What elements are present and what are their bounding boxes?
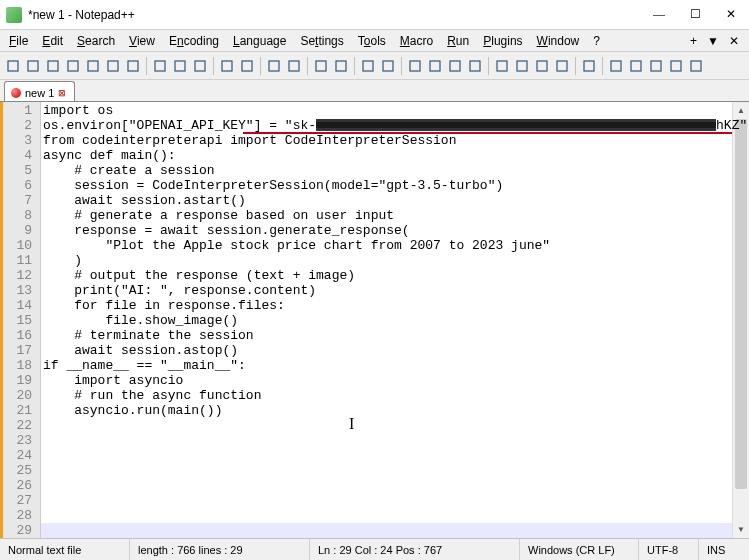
save-all-icon[interactable] [64,57,82,75]
status-mode[interactable]: INS [699,539,749,560]
svg-rect-19 [430,61,440,71]
play-icon[interactable] [647,57,665,75]
chars-icon[interactable] [426,57,444,75]
menu-tools[interactable]: Tools [351,32,393,50]
menu-window[interactable]: Window [530,32,587,50]
zoom-in-icon[interactable] [312,57,330,75]
svg-rect-31 [691,61,701,71]
save-icon[interactable] [44,57,62,75]
status-encoding[interactable]: UTF-8 [639,539,699,560]
doc-list-icon[interactable] [513,57,531,75]
close-icon[interactable] [84,57,102,75]
svg-rect-15 [336,61,346,71]
status-eol[interactable]: Windows (CR LF) [520,539,639,560]
current-line-highlight [41,523,749,538]
menu-settings[interactable]: Settings [293,32,350,50]
svg-rect-14 [316,61,326,71]
svg-rect-29 [651,61,661,71]
app-icon [6,7,22,23]
menu-search[interactable]: Search [70,32,122,50]
status-bar: Normal text file length : 766 lines : 29… [0,538,749,560]
replace-icon[interactable] [285,57,303,75]
svg-rect-11 [242,61,252,71]
svg-rect-8 [175,61,185,71]
tab-label: new 1 [25,87,54,99]
svg-rect-28 [631,61,641,71]
svg-rect-18 [410,61,420,71]
wrap-icon[interactable] [406,57,424,75]
tab-close-button[interactable]: ⊠ [58,88,68,98]
minimize-button[interactable]: — [641,0,677,30]
redacted-key [316,119,716,131]
menu-plus-button[interactable]: + [690,34,697,48]
svg-rect-16 [363,61,373,71]
toolbar [0,52,749,80]
code-viewport[interactable]: import osos.environ["OPENAI_API_KEY"] = … [40,102,749,538]
sync-h-icon[interactable] [379,57,397,75]
paste-icon[interactable] [191,57,209,75]
menu-run[interactable]: Run [440,32,476,50]
tab-bar: new 1 ⊠ [0,80,749,102]
cut-icon[interactable] [151,57,169,75]
menu-language[interactable]: Language [226,32,293,50]
code-content[interactable]: import osos.environ["OPENAI_API_KEY"] = … [41,102,749,418]
scroll-down-button[interactable]: ▼ [733,521,749,538]
status-length: length : 766 lines : 29 [130,539,310,560]
menu-file[interactable]: File [2,32,35,50]
svg-rect-26 [584,61,594,71]
window-title: *new 1 - Notepad++ [28,8,641,22]
svg-rect-24 [537,61,547,71]
folder-icon[interactable] [553,57,571,75]
line-number-gutter: 1234567891011121314151617181920212223242… [0,102,40,538]
find-icon[interactable] [265,57,283,75]
svg-rect-23 [517,61,527,71]
svg-rect-6 [128,61,138,71]
record-icon[interactable] [607,57,625,75]
stop-icon[interactable] [627,57,645,75]
sync-v-icon[interactable] [359,57,377,75]
svg-rect-12 [269,61,279,71]
undo-icon[interactable] [218,57,236,75]
svg-rect-4 [88,61,98,71]
svg-rect-10 [222,61,232,71]
menu-macro[interactable]: Macro [393,32,440,50]
status-position: Ln : 29 Col : 24 Pos : 767 [310,539,520,560]
svg-rect-13 [289,61,299,71]
menu-dropdown-button[interactable]: ▼ [707,34,719,48]
monitor-icon[interactable] [580,57,598,75]
menu-x-button[interactable]: ✕ [729,34,739,48]
redo-icon[interactable] [238,57,256,75]
svg-rect-7 [155,61,165,71]
svg-rect-2 [48,61,58,71]
svg-rect-27 [611,61,621,71]
status-filetype: Normal text file [0,539,130,560]
new-icon[interactable] [4,57,22,75]
svg-rect-5 [108,61,118,71]
menu-view[interactable]: View [122,32,162,50]
svg-rect-25 [557,61,567,71]
svg-rect-21 [470,61,480,71]
play-multi-icon[interactable] [667,57,685,75]
title-bar: *new 1 - Notepad++ — ☐ ✕ [0,0,749,30]
save-macro-icon[interactable] [687,57,705,75]
editor-area: 1234567891011121314151617181920212223242… [0,102,749,538]
lang-icon[interactable] [466,57,484,75]
maximize-button[interactable]: ☐ [677,0,713,30]
indent-icon[interactable] [446,57,464,75]
zoom-out-icon[interactable] [332,57,350,75]
close-all-icon[interactable] [104,57,122,75]
file-tab[interactable]: new 1 ⊠ [4,81,75,101]
menu-help[interactable]: ? [586,32,607,50]
menu-plugins[interactable]: Plugins [476,32,529,50]
svg-rect-30 [671,61,681,71]
menu-encoding[interactable]: Encoding [162,32,226,50]
print-icon[interactable] [124,57,142,75]
svg-rect-17 [383,61,393,71]
menu-edit[interactable]: Edit [35,32,70,50]
open-icon[interactable] [24,57,42,75]
copy-icon[interactable] [171,57,189,75]
func-list-icon[interactable] [533,57,551,75]
svg-rect-1 [28,61,38,71]
doc-map-icon[interactable] [493,57,511,75]
close-button[interactable]: ✕ [713,0,749,30]
